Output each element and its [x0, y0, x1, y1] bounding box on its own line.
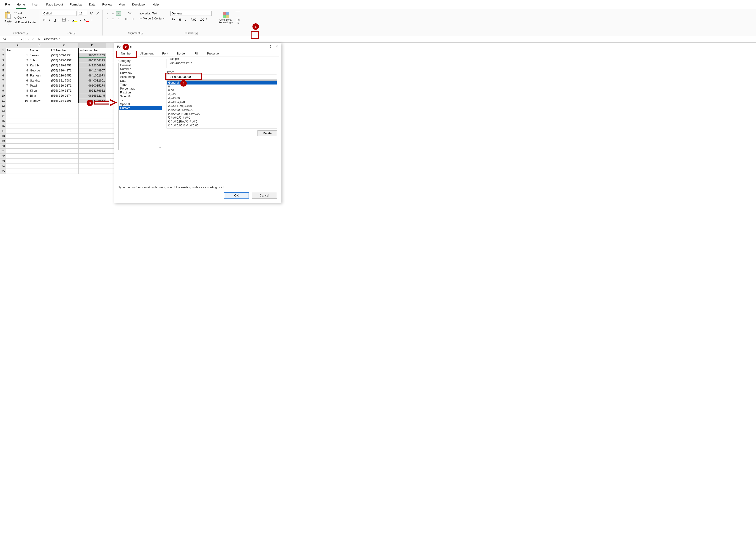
cell[interactable]: [29, 164, 50, 169]
format-code-item[interactable]: #,##0;[Red]-#,##0: [167, 104, 277, 108]
dialog-tab-number[interactable]: Number: [117, 50, 136, 57]
cell-header-A[interactable]: No.: [6, 48, 29, 53]
ribbon-tab-file[interactable]: File: [4, 1, 11, 9]
dialog-tab-border[interactable]: Border: [173, 50, 190, 57]
cell[interactable]: [29, 139, 50, 144]
row-header[interactable]: 19: [0, 139, 6, 144]
clipboard-launcher[interactable]: ↘: [26, 32, 28, 35]
format-code-item[interactable]: #,##0;-#,##0: [167, 100, 277, 104]
cell[interactable]: [29, 103, 50, 108]
category-item-accounting[interactable]: Accounting: [119, 75, 162, 79]
row-header[interactable]: 20: [0, 144, 6, 149]
cell[interactable]: [50, 129, 79, 134]
merge-center-button[interactable]: ▭Merge & Center▾: [138, 16, 166, 21]
accept-entry-icon[interactable]: ✓: [32, 38, 34, 41]
cell[interactable]: [29, 154, 50, 159]
row-header[interactable]: 11: [0, 98, 6, 103]
align-center-button[interactable]: ≡: [110, 16, 115, 21]
cell[interactable]: 9836552145: [79, 93, 106, 98]
cell[interactable]: [79, 159, 106, 164]
format-code-item[interactable]: #,##0.00: [167, 96, 277, 100]
cell[interactable]: [50, 164, 79, 169]
cell[interactable]: [79, 134, 106, 139]
ok-button[interactable]: OK: [224, 192, 249, 199]
cancel-button[interactable]: Cancel: [252, 192, 277, 199]
number-launcher[interactable]: ↘: [195, 32, 197, 35]
dialog-tab-font[interactable]: Font: [158, 50, 173, 57]
cell[interactable]: (555) 236-9452: [50, 73, 79, 78]
fx-icon[interactable]: fx: [36, 38, 42, 41]
format-code-item[interactable]: 0.00: [167, 88, 277, 92]
close-icon[interactable]: ✕: [276, 45, 278, 48]
col-header-B[interactable]: B: [29, 43, 50, 48]
cell[interactable]: [50, 149, 79, 154]
category-item-special[interactable]: Special: [119, 102, 162, 106]
format-painter-button[interactable]: 🖌Format Painter: [13, 20, 37, 25]
dialog-tab-fill[interactable]: Fill: [190, 50, 203, 57]
accounting-format-button[interactable]: ₹▾: [170, 17, 176, 22]
cancel-entry-icon[interactable]: ✕: [27, 38, 30, 41]
cell[interactable]: [29, 108, 50, 113]
col-header-C[interactable]: C: [50, 43, 79, 48]
ribbon-tab-insert[interactable]: Insert: [31, 1, 40, 9]
fill-color-button[interactable]: ◢: [71, 18, 79, 22]
category-item-custom[interactable]: Custom: [119, 106, 162, 110]
cell[interactable]: Mathew: [29, 98, 50, 103]
row-header[interactable]: 21: [0, 149, 6, 154]
cell[interactable]: [79, 113, 106, 118]
cell[interactable]: [50, 124, 79, 129]
paste-button[interactable]: Paste ▾: [4, 11, 12, 25]
copy-button[interactable]: ⧉Copy▾: [13, 16, 37, 20]
increase-font-button[interactable]: A▴: [88, 11, 94, 16]
align-left-button[interactable]: ≡: [105, 16, 110, 21]
row-header[interactable]: 7: [0, 78, 6, 83]
formula-input[interactable]: 9856231245: [42, 38, 756, 41]
percent-button[interactable]: %: [178, 17, 183, 22]
font-name-select[interactable]: [42, 11, 77, 16]
cell-header-C[interactable]: US Number: [50, 48, 79, 53]
cell[interactable]: 7: [6, 83, 29, 88]
cell[interactable]: [79, 144, 106, 149]
scroll-down-icon[interactable]: ▾: [158, 146, 162, 150]
cell[interactable]: [6, 129, 29, 134]
category-item-general[interactable]: General: [119, 63, 162, 67]
font-launcher[interactable]: ↘: [73, 32, 75, 35]
cell[interactable]: [79, 164, 106, 169]
cell[interactable]: 9412356874: [79, 63, 106, 68]
cell[interactable]: 9841052673: [79, 73, 106, 78]
cell-header-B[interactable]: Name: [29, 48, 50, 53]
cell[interactable]: [6, 113, 29, 118]
cell[interactable]: [6, 103, 29, 108]
font-color-button[interactable]: A: [82, 18, 90, 22]
increase-decimal-button[interactable]: ←0.00: [188, 17, 198, 22]
cell[interactable]: (555) 321-7986: [50, 78, 79, 83]
row-header[interactable]: 14: [0, 113, 6, 118]
cell[interactable]: 9: [6, 93, 29, 98]
cell[interactable]: [6, 169, 29, 174]
cell[interactable]: [6, 118, 29, 124]
dialog-tab-alignment[interactable]: Alignment: [136, 50, 158, 57]
cell[interactable]: [6, 108, 29, 113]
cell[interactable]: [6, 139, 29, 144]
format-code-list[interactable]: General00.00#,##0#,##0.00#,##0;-#,##0#,#…: [167, 80, 277, 129]
row-header[interactable]: 12: [0, 103, 6, 108]
cell[interactable]: 8954176632: [79, 88, 106, 93]
name-box[interactable]: D2▾: [1, 37, 24, 42]
category-item-text[interactable]: Text: [119, 98, 162, 102]
row-header[interactable]: 17: [0, 129, 6, 134]
col-header-D[interactable]: D: [79, 43, 106, 48]
row-header[interactable]: 15: [0, 118, 6, 124]
col-header-A[interactable]: A: [6, 43, 29, 48]
row-header[interactable]: 23: [0, 159, 6, 164]
category-item-time[interactable]: Time: [119, 83, 162, 87]
align-right-button[interactable]: ≡: [116, 16, 121, 21]
cell[interactable]: [6, 134, 29, 139]
row-header[interactable]: 24: [0, 164, 6, 169]
dialog-tab-protection[interactable]: Protection: [203, 50, 225, 57]
ribbon-tab-home[interactable]: Home: [16, 1, 26, 9]
cell[interactable]: Ramesh: [29, 73, 50, 78]
cell[interactable]: 10: [6, 98, 29, 103]
orientation-button[interactable]: ⟳▾: [124, 11, 135, 16]
category-item-date[interactable]: Date: [119, 79, 162, 83]
format-code-item[interactable]: ₹ #,##0;₹ -#,##0: [167, 116, 277, 120]
